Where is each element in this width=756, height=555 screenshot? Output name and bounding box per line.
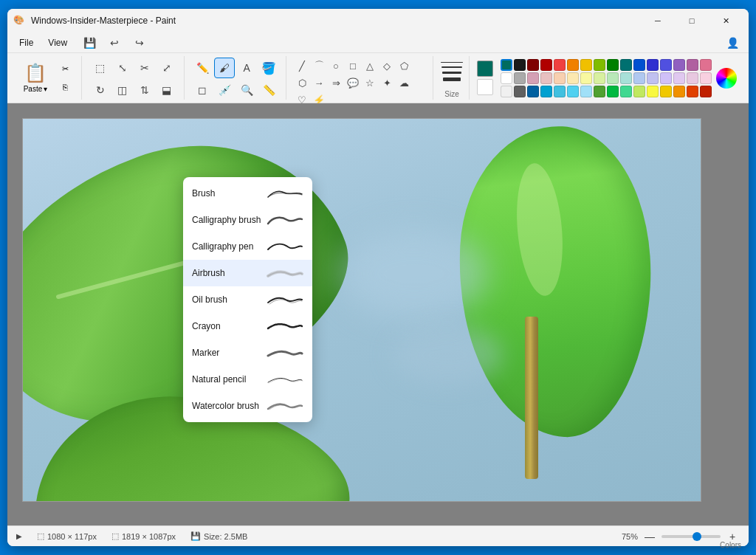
fill-button[interactable]: 🪣 xyxy=(258,58,279,78)
layer-button[interactable]: ◫ xyxy=(112,80,133,100)
swatch-lightlime[interactable] xyxy=(594,72,605,84)
brush-item-watercolor-brush[interactable]: Watercolor brush xyxy=(183,393,312,419)
select-free-button[interactable]: ⤡ xyxy=(112,58,133,78)
swatch-white[interactable] xyxy=(501,72,512,84)
brush-item-calligraphy-pen[interactable]: Calligraphy pen xyxy=(183,233,312,260)
shape-arrow2[interactable]: ⇒ xyxy=(328,75,344,91)
swatch-blush[interactable] xyxy=(540,72,552,84)
swatch-orchid[interactable] xyxy=(673,72,685,84)
resize-button[interactable]: ⤢ xyxy=(157,58,177,78)
color1-swatch[interactable] xyxy=(477,61,493,77)
zoom-out-button[interactable]: — xyxy=(642,529,657,544)
shape-arrow[interactable]: → xyxy=(311,75,327,91)
swatch-darkteal[interactable] xyxy=(620,59,632,71)
swatch-cream[interactable] xyxy=(567,72,579,84)
swatch-yellowgreen[interactable] xyxy=(633,86,645,97)
menu-view[interactable]: View xyxy=(42,36,73,49)
swatch-violet[interactable] xyxy=(673,59,685,71)
eyedropper-button[interactable]: 💉 xyxy=(214,80,235,100)
brush-item-oil-brush[interactable]: Oil brush xyxy=(183,286,312,313)
save-button[interactable]: 💾 xyxy=(79,32,100,53)
brush-item-airbrush[interactable]: Airbrush xyxy=(183,260,312,286)
eraser-button[interactable]: ◻ xyxy=(192,80,213,100)
invert-button[interactable]: ⬓ xyxy=(157,80,177,100)
shape-star[interactable]: ☆ xyxy=(362,75,378,91)
swatch-red[interactable] xyxy=(540,59,552,71)
swatch-yellow[interactable] xyxy=(580,59,592,71)
swatch-lavender[interactable] xyxy=(647,72,659,84)
redo-button[interactable]: ↪ xyxy=(129,32,150,53)
swatch-pink[interactable] xyxy=(700,59,712,71)
swatch-lightcyan[interactable] xyxy=(620,72,632,84)
brush-button active[interactable]: 🖌 xyxy=(214,58,235,78)
swatch-green[interactable] xyxy=(607,59,619,71)
size-1px[interactable] xyxy=(441,62,463,63)
swatch-mauve[interactable] xyxy=(687,59,698,71)
swatch-lightgray[interactable] xyxy=(501,86,512,97)
swatch-mint[interactable] xyxy=(620,86,632,97)
swatch-lightyellow[interactable] xyxy=(580,72,592,84)
swatch-indigo[interactable] xyxy=(647,59,659,71)
swatch-skyblue[interactable] xyxy=(540,86,552,97)
select-rectangle-button[interactable]: ⬚ xyxy=(90,58,111,78)
swatch-black[interactable] xyxy=(514,59,526,71)
color-picker-button[interactable] xyxy=(716,68,737,89)
color2-swatch[interactable] xyxy=(477,79,493,95)
shape-cloud[interactable]: ☁ xyxy=(396,75,412,91)
shape-curve[interactable]: ⌒ xyxy=(311,58,327,74)
swatch-lightgreen[interactable] xyxy=(607,72,619,84)
menu-file[interactable]: File xyxy=(13,36,39,49)
shape-triangle[interactable]: △ xyxy=(362,58,378,74)
brush-item-marker[interactable]: Marker xyxy=(183,339,312,366)
swatch-emerald[interactable] xyxy=(607,86,619,97)
close-button[interactable]: ✕ xyxy=(709,9,743,32)
zoom-slider[interactable] xyxy=(662,535,721,538)
swatch-gray[interactable] xyxy=(514,72,526,84)
shape-callout[interactable]: 💬 xyxy=(345,75,361,91)
rotate-button[interactable]: ↻ xyxy=(90,80,111,100)
swatch-darkred[interactable] xyxy=(527,59,539,71)
brush-item-crayon[interactable]: Crayon xyxy=(183,313,312,339)
swatch-gold[interactable] xyxy=(660,86,672,97)
swatch-fern[interactable] xyxy=(594,86,605,97)
swatch-lightpink[interactable] xyxy=(700,72,712,84)
swatch-crimson[interactable] xyxy=(700,86,712,97)
shape-star4[interactable]: ✦ xyxy=(379,75,395,91)
swatch-lilac[interactable] xyxy=(660,72,672,84)
brush-item-brush[interactable]: Brush xyxy=(183,180,312,207)
shape-diamond[interactable]: ◇ xyxy=(379,58,395,74)
swatch-thistle[interactable] xyxy=(687,72,698,84)
maximize-button[interactable]: □ xyxy=(675,9,709,32)
copy-button[interactable]: ⎘ xyxy=(55,79,75,95)
swatch-aqua[interactable] xyxy=(567,86,579,97)
brush-item-natural-pencil[interactable]: Natural pencil xyxy=(183,366,312,393)
minimize-button[interactable]: ─ xyxy=(641,9,675,32)
swatch-darkgray[interactable] xyxy=(514,86,526,97)
swatch-steelblue[interactable] xyxy=(527,86,539,97)
swatch-orange[interactable] xyxy=(567,59,579,71)
swatch-peach[interactable] xyxy=(554,72,566,84)
swatch-lightaqua[interactable] xyxy=(580,86,592,97)
size-3px[interactable] xyxy=(442,72,461,74)
undo-button[interactable]: ↩ xyxy=(104,32,125,53)
shape-oval[interactable]: ○ xyxy=(328,58,344,74)
swatch-brightyellow[interactable] xyxy=(647,86,659,97)
swatch-lime[interactable] xyxy=(594,59,605,71)
swatch-cornflower[interactable] xyxy=(554,86,566,97)
swatch-lightred[interactable] xyxy=(554,59,566,71)
zoom-tool-button[interactable]: 🔍 xyxy=(236,80,257,100)
shape-line[interactable]: ╱ xyxy=(294,58,310,74)
paste-button[interactable]: 📋 Paste ▾ xyxy=(19,61,52,96)
shape-rect[interactable]: □ xyxy=(345,58,361,74)
text-button[interactable]: A xyxy=(236,58,257,78)
ruler-button[interactable]: 📏 xyxy=(258,80,279,100)
flip-button[interactable]: ⇅ xyxy=(134,80,155,100)
swatch-vermillion[interactable] xyxy=(687,86,698,97)
cut-button[interactable]: ✂ xyxy=(55,61,75,77)
swatch-purple[interactable] xyxy=(660,59,672,71)
canvas[interactable] xyxy=(22,118,701,502)
swatch-rose[interactable] xyxy=(527,72,539,84)
size-5px[interactable] xyxy=(443,77,461,81)
brush-item-calligraphy-brush[interactable]: Calligraphy brush xyxy=(183,207,312,233)
shape-hexagon[interactable]: ⬡ xyxy=(294,75,310,91)
